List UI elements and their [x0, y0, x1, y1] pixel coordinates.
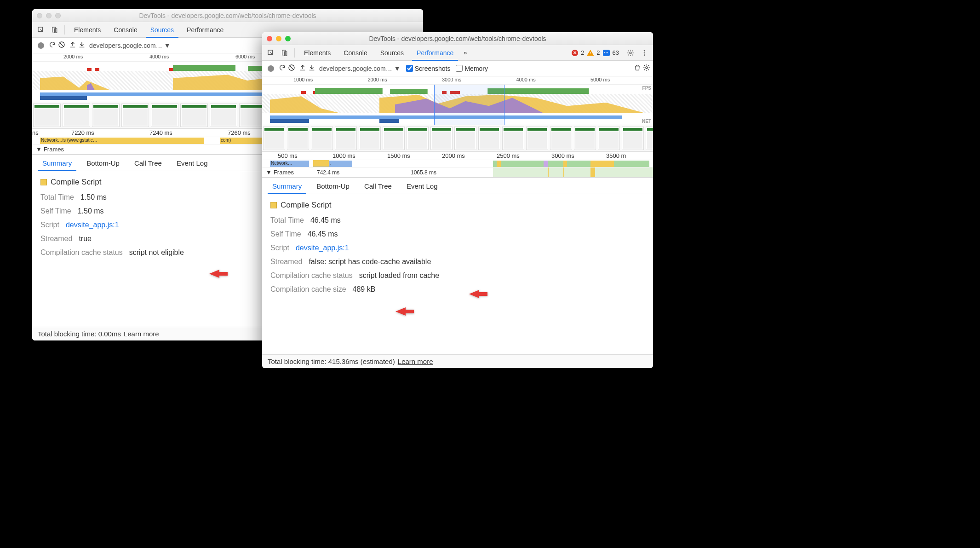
- summary-title: Compile Script: [51, 178, 102, 187]
- arrow-annotation-icon: [469, 289, 487, 299]
- profile-dropdown[interactable]: developers.google.com… ▼: [89, 42, 171, 49]
- svg-point-12: [646, 67, 648, 69]
- kebab-icon[interactable]: [638, 47, 650, 59]
- info-icon: ⋯: [603, 50, 610, 56]
- warning-icon: !: [587, 50, 594, 56]
- tab-bottom-up[interactable]: Bottom-Up: [310, 178, 356, 194]
- detail-ruler: 500 ms 1000 ms 1500 ms 2000 ms 2500 ms 3…: [262, 152, 653, 160]
- tab-console[interactable]: Console: [338, 45, 373, 60]
- devtools-window-front: DevTools - developers.google.com/web/too…: [262, 32, 653, 368]
- screenshots-checkbox[interactable]: Screenshots: [406, 65, 451, 72]
- svg-point-10: [644, 54, 645, 56]
- download-icon[interactable]: [78, 41, 86, 50]
- minimize-icon[interactable]: [276, 36, 281, 41]
- chevron-down-icon: ▼: [164, 42, 171, 49]
- summary-tabs: Summary Bottom-Up Call Tree Event Log: [262, 178, 653, 194]
- more-tabs-icon[interactable]: »: [461, 49, 470, 56]
- color-swatch: [40, 179, 47, 185]
- tab-summary[interactable]: Summary: [36, 155, 78, 171]
- svg-rect-1: [52, 27, 56, 32]
- minimize-icon[interactable]: [46, 13, 52, 18]
- titlebar[interactable]: DevTools - developers.google.com/web/too…: [32, 9, 423, 22]
- close-icon[interactable]: [267, 36, 272, 41]
- filmstrip[interactable]: [262, 125, 653, 152]
- reload-icon[interactable]: [279, 64, 286, 73]
- record-button[interactable]: [38, 42, 44, 49]
- overview-strip[interactable]: FPS CPU NET: [262, 85, 653, 125]
- traffic-lights: [267, 36, 291, 41]
- record-button[interactable]: [268, 65, 274, 72]
- device-toggle-icon[interactable]: [49, 24, 61, 36]
- tab-performance[interactable]: Performance: [411, 45, 459, 60]
- gear-icon[interactable]: [643, 64, 650, 73]
- svg-point-7: [630, 52, 631, 54]
- tab-performance[interactable]: Performance: [181, 22, 229, 37]
- svg-point-9: [644, 52, 645, 53]
- footer-bar: Total blocking time: 415.36ms (estimated…: [262, 354, 653, 368]
- learn-more-link[interactable]: Learn more: [124, 330, 159, 338]
- summary-panel: Compile Script Total Time46.45 ms Self T…: [262, 194, 653, 354]
- time-range-selection[interactable]: [434, 85, 504, 125]
- arrow-annotation-icon: [209, 269, 228, 279]
- tab-call-tree[interactable]: Call Tree: [128, 155, 168, 171]
- tab-event-log[interactable]: Event Log: [170, 155, 214, 171]
- memory-checkbox[interactable]: Memory: [456, 65, 488, 72]
- arrow-annotation-icon: [395, 306, 414, 317]
- flame-row[interactable]: Network… ListAc…: [262, 160, 653, 167]
- reload-icon[interactable]: [49, 41, 56, 50]
- tab-sources[interactable]: Sources: [145, 22, 179, 37]
- inspect-icon[interactable]: [265, 47, 277, 59]
- profile-dropdown[interactable]: developers.google.com… ▼: [319, 65, 401, 72]
- trash-icon[interactable]: [634, 64, 641, 73]
- tab-summary[interactable]: Summary: [266, 178, 308, 194]
- traffic-lights: [37, 13, 61, 18]
- color-swatch: [270, 202, 277, 208]
- download-icon[interactable]: [308, 64, 315, 73]
- perf-toolbar: developers.google.com… ▼ Screenshots Mem…: [262, 61, 653, 76]
- upload-icon[interactable]: [299, 64, 306, 73]
- device-toggle-icon[interactable]: [279, 47, 291, 59]
- frames-row[interactable]: ▼ Frames 742.4 ms 1065.8 ms: [262, 167, 653, 178]
- timeline-overview[interactable]: 1000 ms 2000 ms 3000 ms 4000 ms 5000 ms …: [262, 76, 653, 178]
- script-link[interactable]: devsite_app.js:1: [66, 221, 119, 229]
- clear-icon[interactable]: [58, 41, 65, 50]
- tab-sources[interactable]: Sources: [375, 45, 409, 60]
- svg-point-8: [644, 50, 645, 52]
- error-icon: ✕: [572, 50, 578, 56]
- tab-elements[interactable]: Elements: [298, 45, 336, 60]
- inspect-icon[interactable]: [35, 24, 47, 36]
- tab-elements[interactable]: Elements: [69, 22, 106, 37]
- tab-bottom-up[interactable]: Bottom-Up: [80, 155, 126, 171]
- tab-event-log[interactable]: Event Log: [400, 178, 444, 194]
- svg-rect-5: [282, 50, 286, 55]
- learn-more-link[interactable]: Learn more: [398, 358, 433, 365]
- clear-icon[interactable]: [288, 64, 295, 73]
- window-title: DevTools - developers.google.com/web/too…: [37, 12, 418, 19]
- window-title: DevTools - developers.google.com/web/too…: [267, 35, 648, 42]
- overview-ruler: 1000 ms 2000 ms 3000 ms 4000 ms 5000 ms: [262, 76, 653, 85]
- maximize-icon[interactable]: [55, 13, 61, 18]
- script-link[interactable]: devsite_app.js:1: [296, 244, 349, 252]
- upload-icon[interactable]: [69, 41, 76, 50]
- main-tabbar: Elements Console Sources Performance » ✕…: [262, 45, 653, 61]
- console-message-counts[interactable]: ✕2 !2 ⋯63: [572, 49, 619, 56]
- titlebar[interactable]: DevTools - developers.google.com/web/too…: [262, 32, 653, 45]
- tab-console[interactable]: Console: [108, 22, 143, 37]
- summary-title: Compile Script: [281, 201, 332, 210]
- tab-call-tree[interactable]: Call Tree: [358, 178, 398, 194]
- gear-icon[interactable]: [625, 47, 636, 59]
- chevron-down-icon: ▼: [394, 65, 401, 72]
- close-icon[interactable]: [37, 13, 42, 18]
- maximize-icon[interactable]: [285, 36, 291, 41]
